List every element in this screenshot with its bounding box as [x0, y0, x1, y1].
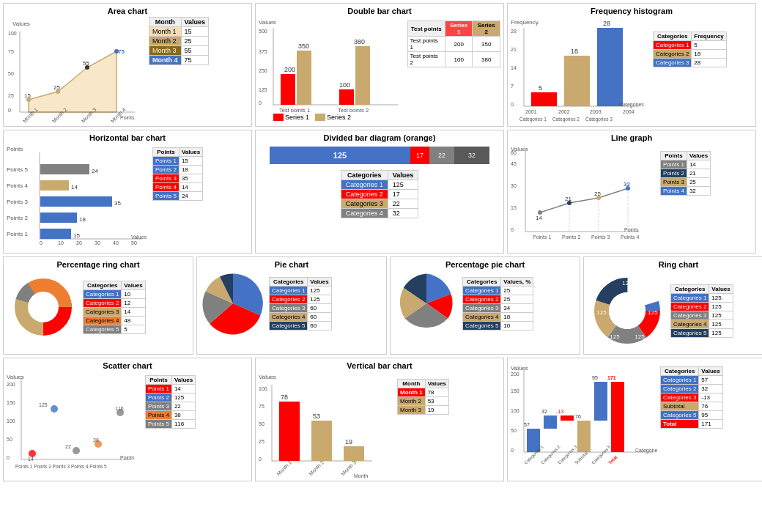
svg-text:14: 14 [536, 215, 542, 221]
svg-text:100: 100 [339, 81, 350, 89]
area-y-label: Values [12, 21, 30, 27]
percent-ring-title: Percentage ring chart [7, 260, 190, 269]
waterfall-svg: Values 0 50 100 150 200 57 32 [511, 363, 657, 469]
svg-text:200: 200 [511, 372, 519, 377]
svg-text:Values: Values [511, 365, 528, 372]
svg-text:28: 28 [603, 20, 610, 27]
svg-text:125: 125 [596, 309, 607, 316]
hbar-p3 [40, 196, 112, 207]
hbar-chart: Horizontal bar chart Points Points 5 Poi… [3, 130, 252, 254]
svg-text:Month: Month [354, 473, 369, 478]
svg-text:30: 30 [95, 240, 100, 245]
svg-text:55: 55 [83, 60, 89, 67]
percent-ring-svg [7, 270, 80, 344]
svg-text:60: 60 [511, 150, 517, 155]
svg-text:75: 75 [8, 49, 14, 54]
scatter-legend: PointsValues Points 114 Points 2125 Poin… [145, 375, 196, 429]
wf-cat3 [561, 415, 574, 421]
ring-svg: 125 125 125 125 125 [587, 270, 667, 351]
svg-text:125: 125 [648, 309, 658, 316]
svg-text:14: 14 [28, 457, 34, 462]
percent-ring-legend: CategoriesValues Categories 110 Categori… [83, 281, 146, 334]
percent-pie-svg [393, 270, 459, 336]
bar-tp1-s2 [297, 51, 311, 105]
svg-text:7: 7 [511, 84, 514, 89]
svg-text:125: 125 [39, 402, 48, 407]
line-graph-title: Line graph [511, 133, 752, 142]
svg-text:2001: 2001 [525, 109, 537, 114]
line-graph: Line graph Values 0 15 30 45 60 [507, 130, 756, 254]
svg-text:38: 38 [93, 437, 99, 443]
svg-text:Points: Points [624, 227, 639, 232]
hbar-title: Horizontal bar chart [7, 133, 248, 142]
percent-ring-chart: Percentage ring chart CategoriesValues C… [3, 256, 193, 355]
double-bar-legend: Test pointsSeries 1Series 2 Test points … [407, 21, 500, 67]
svg-text:78: 78 [281, 394, 288, 401]
bar-tp2-s2 [355, 46, 370, 105]
waterfall-legend: CategoriesValues Categories 157 Categori… [660, 366, 723, 429]
wf-subtotal [577, 421, 591, 452]
svg-text:100: 100 [7, 418, 15, 424]
svg-text:22: 22 [65, 444, 71, 449]
svg-text:Categories: Categories [635, 448, 657, 454]
svg-text:21: 21 [565, 196, 572, 202]
vertical-bar-chart: Vertical bar chart Values 0 25 50 75 100 [255, 358, 504, 481]
svg-text:0: 0 [8, 108, 11, 113]
svg-text:Values: Values [7, 374, 24, 380]
svg-text:Categories: Categories [619, 102, 644, 108]
area-chart: Area chart Values 0 25 50 75 100 [3, 3, 252, 127]
svg-text:-13: -13 [556, 409, 563, 414]
ring2-inner [609, 292, 646, 329]
frequency-histogram: Frequency histogram Frequency 0 7 14 21 … [507, 3, 756, 127]
double-bar-title: Double bar chart [259, 7, 500, 15]
svg-text:76: 76 [575, 414, 581, 419]
svg-text:15: 15 [511, 205, 517, 210]
svg-text:53: 53 [313, 413, 320, 420]
svg-text:Points 3: Points 3 [7, 199, 28, 205]
svg-text:45: 45 [511, 161, 517, 166]
svg-text:Points 3: Points 3 [591, 234, 610, 240]
freq-bar2 [564, 56, 590, 106]
hbar-legend: PointsValues Points 115 Points 218 Point… [152, 147, 203, 201]
svg-text:0: 0 [511, 448, 514, 453]
ring-chart: Ring chart 125 125 125 125 [583, 256, 762, 355]
hbar-p4 [40, 180, 69, 191]
svg-text:50: 50 [7, 437, 12, 442]
vert-m3 [344, 446, 364, 461]
svg-text:Test points 2: Test points 2 [338, 107, 369, 112]
area-chart-title: Area chart [7, 7, 248, 15]
freq-bar1 [531, 92, 557, 106]
double-bar-chart: Double bar chart Values 500 375 250 125 … [255, 3, 504, 127]
scatter-title: Scatter chart [7, 361, 248, 370]
svg-text:150: 150 [7, 400, 15, 405]
svg-text:Total: Total [607, 454, 618, 465]
svg-text:25: 25 [53, 84, 60, 91]
svg-text:75: 75 [118, 48, 125, 55]
svg-text:75: 75 [259, 404, 265, 409]
svg-text:Points 5: Points 5 [7, 166, 28, 173]
svg-text:0: 0 [511, 227, 514, 232]
svg-text:Points 2: Points 2 [7, 215, 28, 221]
percent-pie-chart: Percentage pie chart CategoriesValues, %… [390, 256, 580, 355]
svg-text:0: 0 [259, 457, 262, 462]
svg-text:30: 30 [511, 183, 517, 188]
freq-legend: CategoriesFrequency Categories 15 Catego… [653, 32, 727, 67]
svg-text:Values: Values [259, 19, 276, 26]
ring-title: Ring chart [587, 260, 762, 269]
area-legend: MonthValues Month 115 Month 225 Month 35… [149, 17, 209, 65]
svg-text:24: 24 [92, 168, 98, 174]
svg-text:Values: Values [259, 374, 276, 380]
pie-chart: Pie chart CategoriesValues Categories 11… [196, 256, 387, 355]
vert-bar-svg: Values 0 25 50 75 100 78 53 [259, 372, 394, 478]
svg-text:Month 2: Month 2 [308, 459, 325, 476]
svg-text:14: 14 [71, 184, 78, 191]
svg-text:350: 350 [298, 43, 309, 50]
pie-title: Pie chart [200, 260, 383, 269]
svg-text:14: 14 [511, 65, 517, 70]
svg-text:57: 57 [524, 422, 530, 427]
hbar-svg: Points Points 5 Points 4 Points 3 Points… [7, 144, 149, 246]
svg-text:Points 1: Points 1 [533, 234, 551, 240]
svg-text:Month 1: Month 1 [275, 459, 292, 476]
svg-text:Test points 1: Test points 1 [279, 107, 310, 112]
svg-text:0: 0 [7, 455, 10, 460]
